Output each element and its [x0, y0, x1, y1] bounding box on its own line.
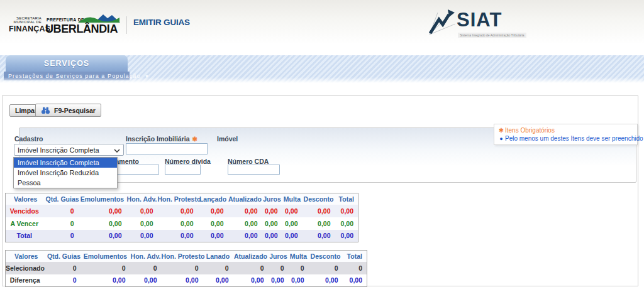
table-cell: 0 — [130, 262, 162, 274]
table-row-diferenca: Diferença 0 0,00 0,00 0,00 0,00 0,00 0,0… — [6, 274, 367, 287]
required-asterisk-icon: ✱ — [192, 136, 197, 143]
table-row-selecionado: Selecionado 0 0 0 0 0 0 0 0 0 0 — [6, 262, 367, 274]
chevron-down-icon: ▼ — [145, 74, 150, 79]
column-header: Multa — [289, 251, 309, 262]
column-header: Valores — [6, 251, 47, 262]
column-header: Desconto — [309, 251, 343, 262]
table-cell: 0,00 — [233, 274, 269, 287]
column-header: Hon. Adv. — [126, 193, 158, 205]
column-header: Juros — [262, 193, 282, 205]
table-cell: 0,00 — [198, 217, 228, 230]
table-cell: 0,00 — [282, 205, 303, 217]
pesquisar-label: F9-Pesquisar — [54, 107, 96, 114]
column-header: Hon. Adv. — [130, 251, 162, 262]
selection-table: Valores Qtd. Guias Emolumentos Hon. Adv.… — [5, 250, 367, 287]
siat-subtitle: Sistema Integrado de Administração Tribu… — [458, 33, 526, 38]
f9-pesquisar-button[interactable]: F9-Pesquisar — [35, 104, 101, 117]
inscricao-imobiliaria-input[interactable] — [126, 143, 208, 154]
table-cell: 0,00 — [198, 205, 228, 217]
table-cell: 0 — [233, 262, 269, 274]
secretaria-financas-logo: SECRETARIA MUNICIPAL DE FINANÇAS — [9, 16, 42, 33]
table-cell: 0,00 — [198, 230, 228, 242]
column-header: Juros — [269, 251, 289, 262]
column-header: Total — [343, 251, 367, 262]
table-cell: 0,00 — [282, 217, 303, 230]
table-cell: 0,00 — [335, 230, 358, 242]
cadastro-select[interactable]: Imóvel Inscrição Completa — [14, 144, 124, 156]
menu-prestacoes-servicos[interactable]: Prestações de Serviços para a População … — [4, 72, 130, 80]
table-cell: 0 — [269, 262, 289, 274]
column-header: Total — [335, 193, 358, 205]
table-cell: 0 — [203, 262, 233, 274]
menu-label: Prestações de Serviços para a População — [8, 73, 141, 79]
legend-one-required-label: Pelo menos um destes Itens deve ser pree… — [505, 135, 643, 142]
table-cell: 0,00 — [126, 205, 158, 217]
table-cell: 0,00 — [335, 205, 358, 217]
table-cell: 0,00 — [126, 230, 158, 242]
cadastro-label: Cadastro — [14, 135, 43, 143]
table-cell: 0,00 — [262, 217, 282, 230]
cadastro-selected-value: Imóvel Inscrição Completa — [18, 146, 99, 154]
dropdown-option-imovel-inscricao-completa[interactable]: Imóvel Inscrição Completa — [14, 158, 117, 168]
required-asterisk-icon: ✱ — [497, 126, 505, 134]
limpar-label: Limpar — [15, 107, 37, 114]
table-cell: 0,00 — [289, 274, 309, 287]
inscricao-imobiliaria-text: Inscrição Imobiliária — [126, 135, 190, 143]
column-header: Atualizado — [233, 251, 269, 262]
table-cell: 0 — [162, 262, 203, 274]
table-cell: 0,00 — [130, 274, 162, 287]
table-cell: 0,00 — [228, 217, 262, 230]
table-cell: 0 — [47, 262, 81, 274]
siat-chart-arrow-icon — [428, 28, 457, 38]
table-cell: 0,00 — [203, 274, 233, 287]
tab-servicos[interactable]: SERVIÇOS — [6, 55, 128, 72]
table-cell: 0,00 — [228, 205, 262, 217]
table-cell: 0,00 — [79, 217, 126, 230]
column-header: Valores — [6, 193, 46, 205]
column-header: Hon. Protesto — [162, 251, 203, 262]
page-title: EMITIR GUIAS — [133, 18, 190, 27]
table-cell: 0,00 — [262, 205, 282, 217]
table-cell: 0,00 — [158, 217, 198, 230]
table-cell: 0,00 — [79, 205, 126, 217]
table-cell: 0,00 — [309, 274, 343, 287]
table-cell: 0,00 — [335, 217, 358, 230]
row-label: Total — [6, 230, 46, 242]
column-header: Emolumentos — [79, 193, 126, 205]
numero-divida-input[interactable] — [165, 165, 201, 175]
table-cell: 0 — [343, 262, 367, 274]
app-header: SECRETARIA MUNICIPAL DE FINANÇAS PREFEIT… — [0, 0, 644, 55]
summary-table: Valores Qtd. Guias Emolumentos Hon. Adv.… — [5, 193, 358, 242]
nav-band: SERVIÇOS Prestações de Serviços para a P… — [0, 55, 644, 83]
siat-logo: SIAT Sistema Integrado de Administração … — [428, 8, 522, 40]
table-row-a-vencer: A Vencer 0 0,00 0,00 0,00 0,00 0,00 0,00… — [6, 217, 358, 230]
table-row-total: Total 0 0,00 0,00 0,00 0,00 0,00 0,00 0,… — [6, 230, 358, 242]
dropdown-option-imovel-inscricao-reduzida[interactable]: Imóvel Inscrição Reduzida — [14, 168, 117, 178]
column-header: Lançado — [198, 193, 228, 205]
dropdown-option-pessoa[interactable]: Pessoa — [14, 178, 117, 188]
select-chevron-icon — [114, 146, 120, 154]
table-cell: 0,00 — [162, 274, 203, 287]
column-header: Qtd. Guias — [46, 193, 79, 205]
column-header: Qtd. Guias — [47, 251, 81, 262]
column-header: Desconto — [303, 193, 335, 205]
table-cell: 0 — [46, 205, 79, 217]
bullet-icon: ● — [497, 135, 505, 143]
secretaria-line3: FINANÇAS — [9, 24, 42, 33]
column-header: Lanado — [203, 251, 233, 262]
table-cell: 0,00 — [79, 230, 126, 242]
secretaria-line2: MUNICIPAL DE — [9, 20, 42, 24]
header-divider — [126, 16, 127, 34]
numero-cda-input[interactable] — [228, 165, 280, 175]
table-cell: 0,00 — [282, 230, 303, 242]
imovel-label: Imóvel — [217, 135, 238, 143]
legend-required: ✱Itens Obrigatórios — [497, 126, 634, 134]
table-cell: 0,00 — [343, 274, 367, 287]
row-label: A Vencer — [6, 217, 46, 230]
binoculars-icon — [41, 106, 50, 114]
table-cell: 0 — [47, 274, 81, 287]
legend-one-required: ●Pelo menos um destes Itens deve ser pre… — [497, 134, 634, 143]
uberlandia-label: UBERLÂNDIA — [45, 23, 118, 36]
parcelamento-input[interactable] — [112, 165, 159, 175]
table-cell: 0,00 — [158, 205, 198, 217]
